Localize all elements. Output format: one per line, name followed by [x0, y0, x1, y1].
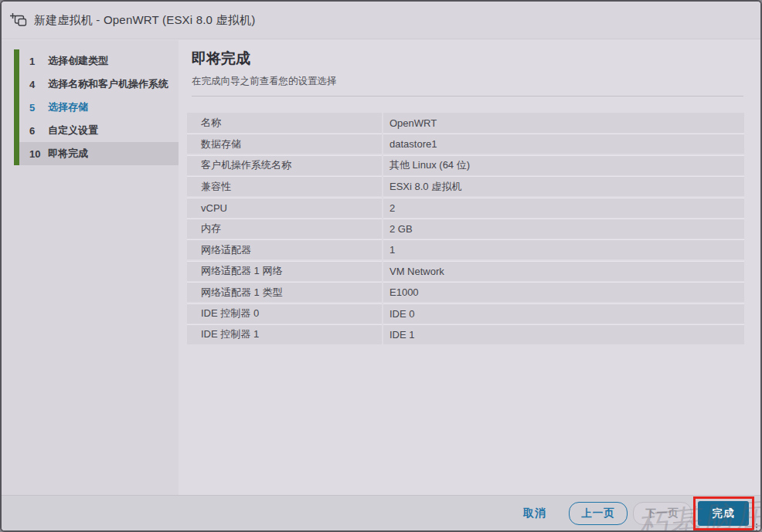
sidebar-step-ready-to-complete[interactable]: 10 即将完成: [19, 142, 179, 165]
setting-label: 名称: [187, 113, 382, 133]
setting-label: 内存: [187, 219, 382, 239]
setting-label: IDE 控制器 1: [187, 324, 382, 344]
next-button[interactable]: 下一页: [633, 502, 692, 525]
setting-value: ESXi 8.0 虚拟机: [383, 176, 744, 196]
table-row: 网络适配器 1 类型 E1000: [187, 282, 744, 302]
step-label: 自定义设置: [48, 124, 98, 137]
header-divider: [192, 96, 743, 97]
new-vm-wizard-dialog: 新建虚拟机 - OpenWRT (ESXi 8.0 虚拟机) 1 选择创建类型 …: [0, 0, 762, 532]
sidebar-step-select-creation-type[interactable]: 1 选择创建类型: [19, 49, 179, 73]
step-number: 4: [29, 79, 48, 90]
setting-label: vCPU: [187, 198, 382, 218]
wizard-step-list: 1 选择创建类型 4 选择名称和客户机操作系统 5 选择存储 6 自定义设置 1…: [19, 49, 179, 165]
step-label: 选择名称和客户机操作系统: [48, 77, 168, 91]
setting-label: 网络适配器: [187, 239, 382, 259]
setting-value: 2: [383, 198, 744, 218]
setting-value: datastore1: [383, 134, 744, 154]
setting-label: 数据存储: [187, 134, 382, 154]
table-row: 网络适配器 1: [187, 239, 744, 259]
resize-grip[interactable]: [756, 527, 757, 528]
page-header: 即将完成 在完成向导之前查看您的设置选择: [179, 40, 760, 97]
wizard-steps-sidebar: 1 选择创建类型 4 选择名称和客户机操作系统 5 选择存储 6 自定义设置 1…: [2, 40, 179, 495]
step-label: 即将完成: [48, 147, 88, 161]
step-number: 5: [29, 102, 48, 114]
page-subtitle: 在完成向导之前查看您的设置选择: [192, 75, 743, 88]
setting-label: 网络适配器 1 网络: [187, 261, 382, 281]
table-row: 网络适配器 1 网络 VM Network: [187, 261, 744, 281]
setting-label: IDE 控制器 0: [187, 303, 382, 324]
table-row: IDE 控制器 1 IDE 1: [187, 324, 744, 344]
setting-value: E1000: [383, 282, 744, 302]
setting-value: OpenWRT: [383, 113, 744, 133]
table-row: IDE 控制器 0 IDE 0: [187, 303, 744, 324]
step-number: 6: [29, 125, 48, 137]
dialog-title: 新建虚拟机 - OpenWRT (ESXi 8.0 虚拟机): [34, 13, 255, 28]
table-row: 兼容性 ESXi 8.0 虚拟机: [187, 176, 744, 196]
wizard-progress-bar: [14, 49, 19, 165]
finish-button[interactable]: 完成: [698, 501, 749, 526]
table-row: 名称 OpenWRT: [187, 113, 744, 133]
table-row: 内存 2 GB: [187, 219, 744, 239]
footer-button-bar: 取消 上一页 下一页 完成: [2, 495, 760, 530]
cancel-button[interactable]: 取消: [523, 507, 546, 520]
wizard-main-panel: 即将完成 在完成向导之前查看您的设置选择 名称 OpenWRT 数据存储 dat…: [179, 40, 760, 495]
table-row: vCPU 2: [187, 198, 744, 218]
sidebar-step-select-name-guest-os[interactable]: 4 选择名称和客户机操作系统: [19, 73, 179, 96]
step-label: 选择创建类型: [48, 54, 108, 68]
page-title: 即将完成: [192, 49, 743, 69]
setting-label: 客户机操作系统名称: [187, 155, 382, 175]
dialog-titlebar: 新建虚拟机 - OpenWRT (ESXi 8.0 虚拟机): [2, 2, 760, 39]
sidebar-step-customize-settings[interactable]: 6 自定义设置: [19, 119, 179, 142]
settings-summary-table: 名称 OpenWRT 数据存储 datastore1 客户机操作系统名称 其他 …: [187, 113, 744, 344]
finish-button-wrap: 完成: [698, 501, 749, 526]
setting-label: 网络适配器 1 类型: [187, 282, 382, 302]
step-number: 10: [29, 148, 48, 160]
setting-value: VM Network: [383, 261, 744, 281]
step-label: 选择存储: [48, 100, 88, 114]
back-button[interactable]: 上一页: [569, 502, 628, 525]
setting-value: 1: [383, 239, 744, 259]
setting-value: IDE 1: [383, 324, 744, 344]
step-number: 1: [29, 56, 48, 67]
new-vm-icon: [9, 12, 28, 28]
setting-value: IDE 0: [383, 303, 744, 324]
table-row: 数据存储 datastore1: [187, 134, 744, 154]
setting-value: 2 GB: [383, 219, 744, 239]
sidebar-step-select-storage[interactable]: 5 选择存储: [19, 96, 179, 119]
setting-value: 其他 Linux (64 位): [383, 155, 744, 175]
setting-label: 兼容性: [187, 176, 382, 196]
table-row: 客户机操作系统名称 其他 Linux (64 位): [187, 155, 744, 175]
